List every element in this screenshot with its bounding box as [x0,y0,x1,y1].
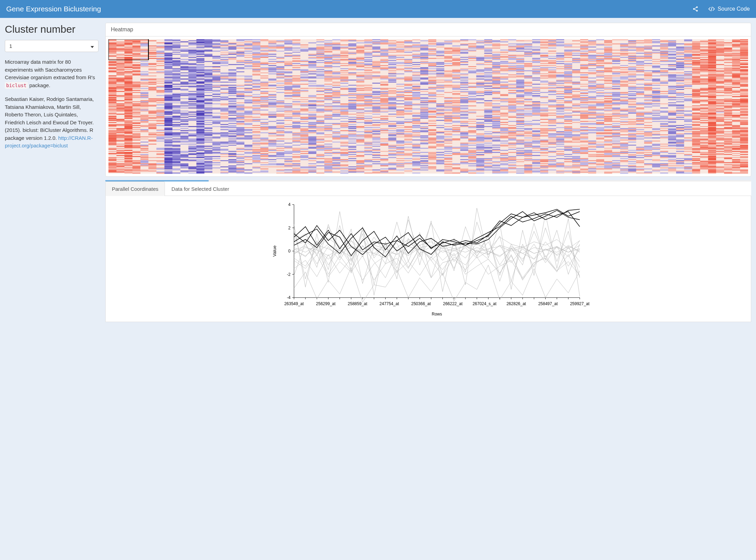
svg-rect-8048 [468,143,476,144]
svg-rect-4852 [500,101,508,103]
svg-rect-3921 [732,89,741,90]
svg-rect-10147 [620,169,628,171]
parallel-coordinates-chart[interactable]: -4-2024263549_at256299_at258859_at247754… [109,201,747,318]
svg-rect-7670 [644,137,652,139]
share-icon[interactable] [692,6,699,12]
svg-rect-1257 [540,55,548,56]
svg-rect-2051 [492,65,501,66]
heatmap-chart[interactable] [108,39,748,174]
svg-rect-5491 [492,110,501,111]
svg-rect-331 [172,43,181,45]
svg-rect-1312 [340,56,349,57]
svg-rect-9867 [300,166,308,168]
svg-rect-4291 [492,94,501,95]
svg-rect-6807 [140,127,149,128]
svg-rect-7478 [388,135,397,137]
svg-rect-4627 [620,98,628,100]
svg-rect-3367 [140,83,149,84]
svg-rect-6653 [188,125,197,126]
svg-rect-9762 [740,164,748,166]
svg-rect-8466 [612,148,620,149]
svg-rect-2357 [380,69,389,71]
svg-rect-8589 [316,150,325,151]
svg-rect-1436 [692,57,700,58]
svg-rect-1953 [348,64,357,65]
svg-rect-7404 [436,134,444,136]
svg-rect-9250 [484,158,493,159]
svg-rect-10048 [468,168,476,170]
svg-rect-3317 [380,82,389,83]
svg-rect-2312 [660,68,669,70]
svg-rect-7189 [636,131,644,133]
svg-rect-8653 [188,151,197,152]
svg-rect-10028 [308,168,317,170]
svg-rect-3372 [180,83,189,84]
svg-rect-944 [596,51,605,52]
source-code-link[interactable]: Source Code [708,6,750,12]
svg-rect-3152 [340,80,349,81]
svg-rect-9905 [604,166,612,168]
svg-rect-3849 [156,89,165,90]
svg-rect-3373 [188,83,197,84]
svg-rect-2774 [516,74,524,76]
svg-rect-8018 [228,143,237,144]
svg-rect-2089 [156,66,165,68]
svg-rect-1954 [356,64,365,65]
svg-rect-154 [676,40,684,42]
svg-rect-364 [436,43,444,45]
svg-rect-9922 [740,166,748,168]
svg-rect-3883 [428,89,437,90]
svg-rect-9198 [708,157,716,158]
svg-rect-5721 [412,113,421,114]
svg-rect-8388 [628,147,637,148]
svg-rect-8136 [532,144,540,145]
svg-rect-5410 [484,108,493,110]
svg-rect-995 [364,52,372,53]
svg-rect-2782 [580,74,588,76]
svg-rect-2973 [188,77,197,79]
svg-rect-5773 [188,114,197,115]
svg-rect-6069 [636,117,644,118]
svg-rect-8443 [428,148,437,149]
svg-rect-9480 [404,161,412,163]
svg-rect-1594 [676,59,684,60]
svg-rect-1231 [332,55,340,56]
svg-rect-6194 [356,119,365,120]
tab-data-for-selected-cluster[interactable]: Data for Selected Cluster [165,182,236,196]
tab-parallel-coordinates[interactable]: Parallel Coordinates [105,182,165,196]
svg-rect-5066 [292,104,301,106]
svg-rect-3028 [628,77,637,79]
svg-rect-240 [724,41,732,43]
svg-rect-3394 [356,83,365,84]
svg-rect-3418 [548,83,556,84]
svg-rect-2464 [596,70,605,72]
svg-rect-8578 [228,150,237,151]
svg-rect-9379 [237,160,245,162]
svg-rect-7884 [436,141,444,142]
svg-rect-3461 [252,84,261,85]
svg-rect-2834 [356,75,365,77]
svg-rect-3833 [668,88,676,89]
svg-rect-3618 [228,86,237,87]
svg-rect-1241 [412,55,421,56]
svg-rect-6415 [204,122,213,123]
svg-rect-5888 [468,115,476,116]
svg-rect-151 [652,40,660,42]
svg-rect-7471 [332,135,340,137]
svg-rect-8432 [340,148,349,149]
svg-rect-191 [332,41,340,43]
svg-rect-989 [316,52,325,53]
svg-rect-2287 [460,68,469,70]
svg-rect-9604 [116,163,125,165]
cluster-number-select[interactable]: 1 [5,40,98,52]
svg-rect-2633 [668,72,676,74]
svg-rect-7019 [556,129,565,131]
svg-rect-1897 [540,63,548,64]
svg-rect-8294 [516,146,524,147]
svg-rect-8733 [188,152,197,153]
svg-rect-9485 [444,161,452,163]
svg-rect-1628 [308,60,317,61]
svg-rect-6667 [300,125,308,126]
svg-rect-866 [612,50,620,51]
svg-rect-1892 [500,63,508,64]
